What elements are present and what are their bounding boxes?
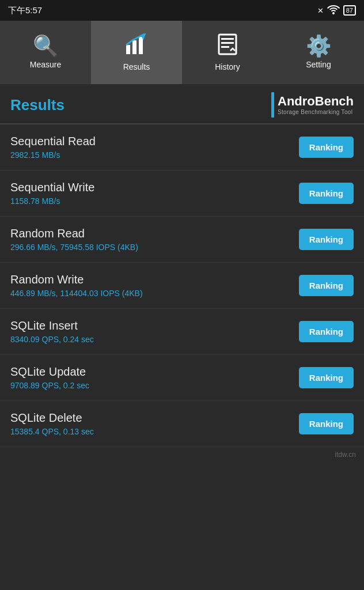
result-value-sqlite-update: 9708.89 QPS, 0.2 sec <box>10 381 89 390</box>
ranking-btn-rand-write[interactable]: Ranking <box>299 275 354 296</box>
result-item-sqlite-delete: SQLite Delete 15385.4 QPS, 0.13 sec Rank… <box>0 401 364 447</box>
tab-setting[interactable]: ⚙️ Setting <box>273 21 364 84</box>
svg-rect-2 <box>139 37 143 54</box>
result-info-sqlite-insert: SQLite Insert 8340.09 QPS, 0.24 sec <box>10 319 94 344</box>
result-value-rand-write: 446.89 MB/s, 114404.03 IOPS (4KB) <box>10 289 143 298</box>
svg-rect-1 <box>132 40 136 54</box>
svg-rect-7 <box>221 46 229 48</box>
results-icon <box>125 33 148 59</box>
brand-name: AndroBench <box>278 94 354 108</box>
result-name-rand-write: Random Write <box>10 273 143 286</box>
result-name-seq-read: Sequential Read <box>10 135 96 148</box>
brand-text: AndroBench Storage Benchmarking Tool <box>278 94 354 115</box>
tab-history[interactable]: History <box>182 21 273 84</box>
wifi-icon <box>327 5 340 16</box>
result-item-seq-write: Sequential Write 1158.78 MB/s Ranking <box>0 171 364 217</box>
tab-results[interactable]: Results <box>91 21 182 84</box>
watermark: itdw.cn <box>0 447 364 461</box>
results-header: Results AndroBench Storage Benchmarking … <box>0 84 364 124</box>
result-name-sqlite-insert: SQLite Insert <box>10 319 94 332</box>
battery-level: 87 <box>346 7 353 14</box>
ranking-btn-sqlite-update[interactable]: Ranking <box>299 367 354 388</box>
ranking-btn-sqlite-delete[interactable]: Ranking <box>299 413 354 434</box>
ranking-btn-rand-read[interactable]: Ranking <box>299 229 354 250</box>
tab-history-label: History <box>215 62 240 71</box>
brand-bar <box>271 92 274 118</box>
result-info-sqlite-delete: SQLite Delete 15385.4 QPS, 0.13 sec <box>10 411 94 436</box>
svg-rect-5 <box>221 38 234 40</box>
result-info-seq-write: Sequential Write 1158.78 MB/s <box>10 181 94 206</box>
svg-rect-6 <box>221 42 234 44</box>
result-item-rand-write: Random Write 446.89 MB/s, 114404.03 IOPS… <box>0 263 364 309</box>
result-info-rand-read: Random Read 296.66 MB/s, 75945.58 IOPS (… <box>10 227 138 252</box>
result-value-seq-write: 1158.78 MB/s <box>10 196 94 206</box>
result-name-sqlite-update: SQLite Update <box>10 365 89 379</box>
result-item-seq-read: Sequential Read 2982.15 MB/s Ranking <box>0 124 364 171</box>
result-value-sqlite-delete: 15385.4 QPS, 0.13 sec <box>10 427 94 436</box>
tab-measure-label: Measure <box>30 60 61 69</box>
result-info-seq-read: Sequential Read 2982.15 MB/s <box>10 135 96 160</box>
tab-setting-label: Setting <box>306 60 331 69</box>
tab-bar: 🔍 Measure Results History <box>0 21 364 84</box>
svg-rect-0 <box>126 45 130 54</box>
result-value-sqlite-insert: 8340.09 QPS, 0.24 sec <box>10 335 94 344</box>
results-page-title: Results <box>10 96 65 114</box>
result-value-rand-read: 296.66 MB/s, 75945.58 IOPS (4KB) <box>10 243 138 252</box>
result-name-sqlite-delete: SQLite Delete <box>10 411 94 425</box>
brand-sub: Storage Benchmarking Tool <box>278 109 354 115</box>
status-bar: 下午5:57 ✕ 87 <box>0 0 364 21</box>
x-icon: ✕ <box>317 6 324 15</box>
result-info-sqlite-update: SQLite Update 9708.89 QPS, 0.2 sec <box>10 365 89 390</box>
tab-results-label: Results <box>123 62 150 71</box>
setting-icon: ⚙️ <box>306 36 332 56</box>
result-info-rand-write: Random Write 446.89 MB/s, 114404.03 IOPS… <box>10 273 143 298</box>
result-list: Sequential Read 2982.15 MB/s Ranking Seq… <box>0 124 364 447</box>
brand-logo: AndroBench Storage Benchmarking Tool <box>271 92 354 118</box>
result-name-rand-read: Random Read <box>10 227 138 240</box>
status-time: 下午5:57 <box>8 5 42 16</box>
ranking-btn-seq-read[interactable]: Ranking <box>299 137 354 158</box>
result-item-sqlite-update: SQLite Update 9708.89 QPS, 0.2 sec Ranki… <box>0 355 364 401</box>
result-item-rand-read: Random Read 296.66 MB/s, 75945.58 IOPS (… <box>0 217 364 263</box>
ranking-btn-seq-write[interactable]: Ranking <box>299 183 354 204</box>
history-icon <box>217 33 238 59</box>
status-icons: ✕ 87 <box>317 5 356 16</box>
battery-icon: 87 <box>343 5 356 16</box>
tab-measure[interactable]: 🔍 Measure <box>0 21 91 84</box>
measure-icon: 🔍 <box>33 36 59 56</box>
result-value-seq-read: 2982.15 MB/s <box>10 150 96 160</box>
result-item-sqlite-insert: SQLite Insert 8340.09 QPS, 0.24 sec Rank… <box>0 309 364 355</box>
svg-rect-4 <box>219 35 236 54</box>
ranking-btn-sqlite-insert[interactable]: Ranking <box>299 321 354 342</box>
result-name-seq-write: Sequential Write <box>10 181 94 194</box>
